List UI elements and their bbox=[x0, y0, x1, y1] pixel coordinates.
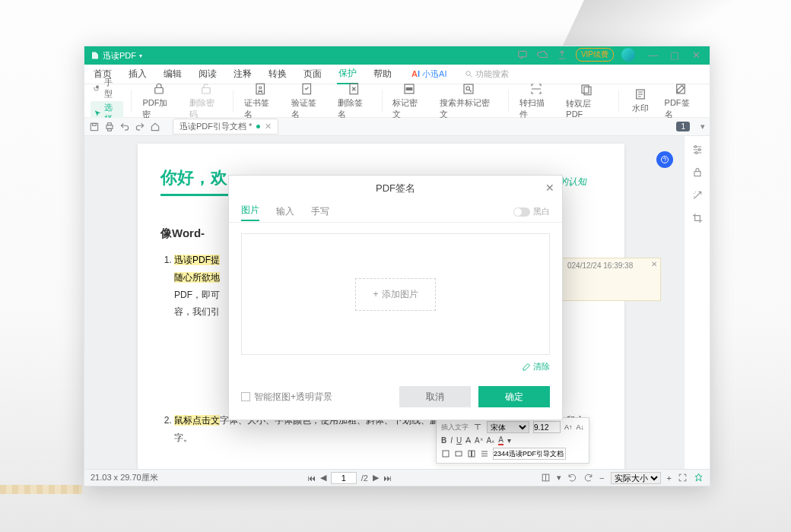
close-icon[interactable]: ✕ bbox=[690, 49, 702, 61]
zoom-in-icon[interactable]: + bbox=[667, 473, 672, 483]
clear-button[interactable]: 清除 bbox=[241, 361, 550, 372]
home-icon[interactable] bbox=[150, 122, 160, 132]
tool-to-scan[interactable]: 转扫描件 bbox=[513, 81, 558, 122]
tool-cert-sign[interactable]: 证书签名 bbox=[238, 81, 283, 122]
tool-redact[interactable]: 标记密文 bbox=[386, 81, 431, 122]
tool-encrypt[interactable]: PDF加密 bbox=[136, 81, 181, 122]
save-icon[interactable] bbox=[89, 122, 100, 132]
minimize-icon[interactable]: ― bbox=[647, 49, 659, 61]
italic-icon[interactable]: I bbox=[450, 436, 453, 445]
hand-tool[interactable]: 手型 bbox=[91, 76, 123, 100]
maximize-icon[interactable]: ▢ bbox=[669, 49, 681, 61]
tool-pdf-sign[interactable]: PDF签名 bbox=[659, 81, 704, 122]
xai-button[interactable]: AI 小迅AI bbox=[411, 68, 446, 80]
underline-icon[interactable]: U bbox=[456, 436, 462, 445]
tool-search-redact[interactable]: 搜索并标记密文 bbox=[434, 81, 504, 122]
tool-remove-password[interactable]: 删除密码 bbox=[183, 81, 228, 122]
hand-icon bbox=[94, 84, 102, 93]
layout-icon[interactable] bbox=[541, 473, 551, 483]
certificate-icon bbox=[254, 82, 268, 96]
pin-icon[interactable] bbox=[694, 473, 704, 483]
subscript-icon[interactable]: Aₓ bbox=[487, 436, 495, 445]
fullscreen-icon[interactable] bbox=[678, 473, 688, 483]
smart-cutout-checkbox[interactable]: 智能抠图+透明背景 bbox=[241, 391, 332, 404]
font-increase-icon[interactable]: A↑ bbox=[564, 423, 573, 431]
plus-icon: + bbox=[373, 289, 378, 299]
strike-icon[interactable]: A bbox=[465, 436, 471, 445]
dropdown-icon[interactable]: ▾ bbox=[139, 52, 142, 59]
cloud-icon[interactable] bbox=[536, 49, 548, 61]
tool-watermark[interactable]: 水印 bbox=[624, 86, 657, 116]
first-page-icon[interactable]: ⏮ bbox=[307, 473, 316, 483]
floating-assist-icon[interactable] bbox=[656, 151, 673, 168]
redact-icon bbox=[402, 82, 416, 96]
sticky-note[interactable]: ✕ 024/12/24 16:39:38 bbox=[562, 258, 661, 301]
tt-icon-4[interactable] bbox=[480, 449, 489, 458]
quick-launch bbox=[89, 122, 160, 132]
user-avatar[interactable] bbox=[621, 48, 635, 62]
svg-rect-13 bbox=[584, 87, 591, 95]
modified-indicator bbox=[256, 125, 260, 128]
settings-slider-icon[interactable] bbox=[691, 144, 704, 156]
tab-input[interactable]: 输入 bbox=[276, 205, 294, 218]
tab-close-icon[interactable]: ✕ bbox=[265, 122, 272, 131]
search-redact-icon bbox=[462, 82, 475, 96]
font-select[interactable]: 宋体 bbox=[487, 421, 529, 433]
svg-rect-29 bbox=[472, 451, 475, 457]
tt-icon-3[interactable] bbox=[467, 449, 476, 458]
bold-icon[interactable]: B bbox=[441, 436, 446, 445]
status-bar: 21.03 x 29.70厘米 ⏮ ◀ /2 ▶ ⏭ ▾ − 实际大小 + bbox=[84, 469, 710, 486]
undo-icon[interactable] bbox=[119, 122, 130, 132]
crop-panel-icon[interactable] bbox=[691, 212, 704, 224]
prev-page-icon[interactable]: ◀ bbox=[320, 473, 326, 483]
svg-rect-17 bbox=[93, 123, 97, 125]
document-tabbar: 迅读PDF引导文档 * ✕ 1 ▾ bbox=[84, 118, 710, 136]
unlock-icon bbox=[199, 82, 213, 96]
feature-search[interactable]: 功能搜索 bbox=[465, 68, 509, 80]
print-icon[interactable] bbox=[104, 122, 115, 132]
tab-handwrite[interactable]: 手写 bbox=[311, 205, 329, 218]
note-close-icon[interactable]: ✕ bbox=[651, 260, 657, 268]
page-size-label: 21.03 x 29.70厘米 bbox=[91, 472, 158, 483]
tab-menu-icon[interactable]: ▾ bbox=[700, 122, 705, 131]
tt-file-field[interactable] bbox=[493, 448, 566, 460]
tool-to-dual-pdf[interactable]: 转双层PDF bbox=[560, 81, 613, 120]
svg-point-11 bbox=[466, 87, 470, 90]
text-t-icon[interactable] bbox=[472, 422, 483, 432]
svg-point-5 bbox=[259, 87, 262, 89]
toggle-switch-icon[interactable] bbox=[513, 207, 530, 217]
blackwhite-toggle[interactable]: 黑白 bbox=[513, 206, 550, 217]
font-decrease-icon[interactable]: A↓ bbox=[577, 423, 585, 431]
last-page-icon[interactable]: ⏭ bbox=[383, 473, 392, 483]
tt-icon-1[interactable] bbox=[441, 449, 450, 458]
tab-image[interactable]: 图片 bbox=[241, 204, 259, 221]
tt-icon-2[interactable] bbox=[454, 449, 463, 458]
layout-dropdown-icon[interactable]: ▾ bbox=[557, 473, 561, 483]
superscript-icon[interactable]: Aˣ bbox=[475, 436, 483, 445]
vip-badge[interactable]: VIP续费 bbox=[576, 48, 614, 62]
font-color-icon[interactable]: A bbox=[498, 435, 504, 445]
rotate-right-icon[interactable] bbox=[583, 473, 593, 483]
redo-icon[interactable] bbox=[135, 122, 145, 132]
text-dropdown-icon[interactable]: ▾ bbox=[507, 436, 511, 445]
zoom-select[interactable]: 实际大小 bbox=[611, 472, 661, 484]
text-format-toolbar[interactable]: 插入文字 宋体 A↑ A↓ B I U A Aˣ Aₓ A ▾ bbox=[436, 417, 589, 464]
chat-icon[interactable] bbox=[516, 49, 529, 61]
lock-panel-icon[interactable] bbox=[691, 166, 704, 179]
ok-button[interactable]: 确定 bbox=[478, 386, 550, 407]
font-size-input[interactable] bbox=[533, 421, 561, 433]
dialog-close-icon[interactable]: ✕ bbox=[545, 182, 554, 194]
page-badge: 1 bbox=[676, 122, 690, 131]
share-icon[interactable] bbox=[556, 49, 568, 61]
page-number-input[interactable] bbox=[331, 472, 357, 484]
magic-wand-icon[interactable] bbox=[691, 189, 704, 201]
rotate-left-icon[interactable] bbox=[567, 473, 577, 483]
add-image-button[interactable]: + 添加图片 bbox=[355, 278, 435, 311]
zoom-out-icon[interactable]: − bbox=[599, 473, 604, 483]
next-page-icon[interactable]: ▶ bbox=[373, 473, 379, 483]
tool-delete-sign[interactable]: 删除签名 bbox=[332, 81, 376, 122]
tool-verify-sign[interactable]: 验证签名 bbox=[285, 81, 330, 122]
document-tab[interactable]: 迅读PDF引导文档 * ✕ bbox=[173, 119, 278, 135]
cancel-button[interactable]: 取消 bbox=[399, 386, 471, 407]
svg-rect-10 bbox=[464, 84, 473, 93]
